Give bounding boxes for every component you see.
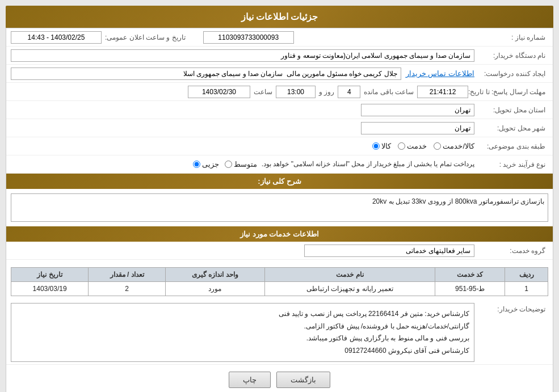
city-value-cell — [11, 122, 474, 134]
service-group-row: گروه خدمت: — [6, 242, 553, 260]
need-number-label: شماره نیاز : — [474, 33, 548, 41]
send-date-row: مهلت ارسال پاسخ: تا تاریخ: ساعت باقی مان… — [6, 83, 553, 101]
process-label: نوع فرآیند خرید : — [474, 161, 548, 168]
creator-label: ایجاد کننده درخواست: — [474, 70, 548, 78]
services-section-header: اطلاعات خدمات مورد نیاز — [6, 226, 553, 242]
process-medium-item[interactable]: متوسط — [225, 160, 257, 168]
col-qty: تعداد / مقدار — [89, 268, 166, 282]
buyer-notes-box: کارشناس خرید: متین فر 22166414 پرداخت پس… — [11, 303, 474, 362]
need-number-announce-row: تاریخ و ساعت اعلان عمومی: — [11, 31, 474, 44]
category-kala-item[interactable]: کالا — [372, 142, 391, 150]
need-desc-text: بازسازی ترانسفورماتور 800kva از ورودی 33… — [372, 197, 544, 205]
table-row: 1ط-95-951تعمیر رایانه و تجهیزات ارتباطیم… — [11, 282, 548, 296]
content-box: شماره نیاز : تاریخ و ساعت اعلان عمومی: ن… — [6, 28, 553, 392]
process-minor-radio[interactable] — [193, 161, 200, 168]
process-medium-radio[interactable] — [225, 161, 232, 168]
category-value-cell: کالا/خدمت خدمت کالا — [11, 142, 474, 150]
need-desc-box: بازسازی ترانسفورماتور 800kva از ورودی 33… — [11, 193, 548, 222]
need-number-value-cell: تاریخ و ساعت اعلان عمومی: — [11, 31, 474, 44]
creator-value-cell: اطلاعات تماس خریدار — [11, 68, 474, 80]
creator-input[interactable] — [11, 68, 401, 80]
days-input[interactable] — [338, 86, 360, 98]
process-options-row: پرداخت تمام یا بخشی از مبلغ خریدار از مح… — [11, 160, 474, 168]
btn-row: بازگشت چاپ — [6, 365, 553, 392]
process-value-cell: پرداخت تمام یا بخشی از مبلغ خریدار از مح… — [11, 160, 474, 168]
need-desc-header-label: شرح کلی نیاز: — [258, 177, 301, 186]
province-label: استان محل تحویل: — [474, 106, 548, 114]
service-group-label: گروه خدمت: — [474, 247, 548, 255]
remaining-label: ساعت باقی مانده — [364, 88, 414, 96]
services-header-label: اطلاعات خدمات مورد نیاز — [240, 230, 319, 238]
back-button[interactable]: بازگشت — [276, 372, 330, 388]
deadline-row: ساعت باقی مانده روز و ساعت — [11, 86, 468, 98]
table-cell-code: ط-95-951 — [435, 282, 505, 296]
announce-label: تاریخ و ساعت اعلان عمومی: — [105, 33, 188, 41]
city-label: شهر محل تحویل: — [474, 124, 548, 132]
process-minor-item[interactable]: جزیی — [193, 160, 219, 168]
process-medium-label: متوسط — [234, 160, 257, 168]
category-label: طبقه بندی موضوعی: — [474, 142, 548, 150]
page-header: جزئیات اطلاعات نیاز — [6, 6, 553, 28]
service-group-input[interactable] — [304, 245, 474, 257]
buyer-notes-text: کارشناس خرید: متین فر 22166414 پرداخت پس… — [279, 310, 469, 355]
process-minor-label: جزیی — [202, 160, 219, 168]
category-khedmat-radio[interactable] — [398, 142, 405, 150]
need-number-input[interactable] — [203, 31, 294, 44]
category-radio-group: کالا/خدمت خدمت کالا — [11, 142, 474, 150]
need-desc-watermark-area: بازسازی ترانسفورماتور 800kva از ورودی 33… — [11, 193, 548, 222]
service-group-value-cell — [11, 245, 474, 257]
table-cell-date: 1403/03/19 — [11, 282, 89, 296]
category-khadamat-label: کالا/خدمت — [443, 142, 474, 150]
process-row: نوع فرآیند خرید : پرداخت تمام یا بخشی از… — [6, 155, 553, 174]
send-date-input[interactable] — [188, 86, 250, 98]
buyer-notes-row: توضیحات خریدار: کارشناس خرید: متین فر 22… — [6, 301, 553, 365]
buyer-notes-value-cell: کارشناس خرید: متین فر 22166414 پرداخت پس… — [11, 303, 474, 362]
category-row: طبقه بندی موضوعی: کالا/خدمت خدمت کالا — [6, 137, 553, 155]
services-table: ردیف کد خدمت نام خدمت واحد اندازه گیری ت… — [11, 267, 548, 296]
table-cell-row: 1 — [505, 282, 548, 296]
send-date-value-cell: ساعت باقی مانده روز و ساعت — [11, 86, 468, 98]
province-row: استان محل تحویل: — [6, 101, 553, 119]
table-cell-qty: 2 — [89, 282, 166, 296]
buyer-notes-label: توضیحات خریدار: — [474, 303, 548, 313]
days-label: روز و — [319, 88, 334, 96]
buyer-org-label: نام دستگاه خریدار: — [474, 52, 548, 60]
city-row: شهر محل تحویل: — [6, 119, 553, 137]
creator-contact-link[interactable]: اطلاعات تماس خریدار — [406, 69, 474, 78]
need-desc-section-header: شرح کلی نیاز: — [6, 174, 553, 189]
services-table-container: ردیف کد خدمت نام خدمت واحد اندازه گیری ت… — [6, 260, 553, 301]
table-cell-unit: مورد — [166, 282, 264, 296]
city-input[interactable] — [361, 122, 474, 134]
need-desc-section: بازسازی ترانسفورماتور 800kva از ورودی 33… — [6, 189, 553, 226]
category-khedmat-item[interactable]: خدمت — [398, 142, 427, 150]
buyer-org-value-cell — [11, 49, 474, 62]
page-title: جزئیات اطلاعات نیاز — [241, 12, 318, 22]
category-khadamat-item[interactable]: کالا/خدمت — [434, 142, 474, 150]
table-cell-name: تعمیر رایانه و تجهیزات ارتباطی — [264, 282, 435, 296]
announce-input[interactable] — [11, 31, 102, 44]
col-date: تاریخ نیاز — [11, 268, 89, 282]
col-service-code: کد خدمت — [435, 268, 505, 282]
col-unit: واحد اندازه گیری — [166, 268, 264, 282]
page-container: جزئیات اطلاعات نیاز شماره نیاز : تاریخ و… — [0, 0, 559, 392]
creator-row: ایجاد کننده درخواست: اطلاعات تماس خریدار — [6, 65, 553, 83]
buyer-org-row: نام دستگاه خریدار: — [6, 47, 553, 65]
col-row-num: ردیف — [505, 268, 548, 282]
send-time-label: ساعت — [254, 88, 272, 96]
send-date-label: مهلت ارسال پاسخ: تا تاریخ: — [468, 88, 548, 96]
need-number-row: شماره نیاز : تاریخ و ساعت اعلان عمومی: — [6, 28, 553, 47]
category-khedmat-label: خدمت — [407, 142, 427, 150]
remaining-time-input[interactable] — [417, 86, 468, 98]
province-input[interactable] — [361, 104, 474, 116]
province-value-cell — [11, 104, 474, 116]
category-khadamat-radio[interactable] — [434, 142, 441, 150]
category-kala-label: کالا — [381, 142, 391, 150]
buyer-org-input[interactable] — [11, 49, 474, 62]
process-note: پرداخت تمام یا بخشی از مبلغ خریدار از مح… — [262, 160, 474, 168]
process-radio-group: متوسط جزیی — [193, 160, 257, 168]
send-time-input[interactable] — [276, 86, 316, 98]
print-button[interactable]: چاپ — [229, 372, 271, 388]
col-service-name: نام خدمت — [264, 268, 435, 282]
category-kala-radio[interactable] — [372, 142, 380, 150]
